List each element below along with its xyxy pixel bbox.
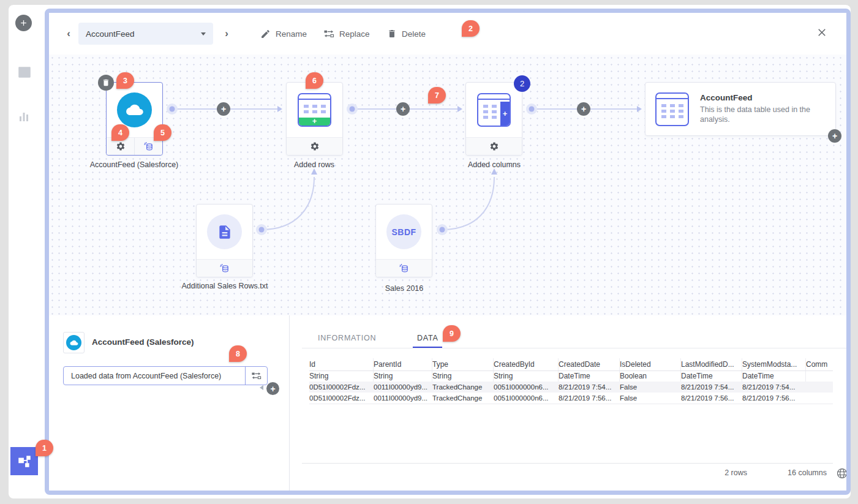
plus-icon: +	[270, 385, 275, 393]
salesforce-cloud-icon	[117, 92, 152, 127]
node-label: AccountFeed (Salesforce)	[73, 160, 195, 169]
operation-label: Loaded data from AccountFeed (Salesforce…	[64, 367, 245, 385]
node-refresh-data-button[interactable]	[197, 260, 252, 277]
plus-icon: +	[832, 132, 837, 140]
chevron-down-icon	[201, 32, 206, 36]
tab-data[interactable]: DATA	[417, 334, 438, 342]
close-icon	[816, 27, 827, 38]
data-table-icon	[655, 92, 689, 126]
source-icon-tile	[63, 332, 85, 353]
plus-icon: +	[401, 105, 405, 113]
node-additional-sales-rows[interactable]	[196, 204, 253, 277]
table-row: 0D51I00002Fdz... 0011I00000yd9... Tracke…	[309, 382, 833, 393]
insert-transformation-button[interactable]: +	[396, 102, 410, 116]
final-node-title: AccountFeed	[700, 93, 832, 102]
annotation-badge-5: 5	[154, 124, 171, 141]
final-node-description: This is the data table used in the analy…	[700, 105, 832, 124]
operation-replace-button[interactable]	[245, 367, 267, 385]
row-count: 2 rows	[686, 468, 747, 477]
close-button[interactable]	[813, 24, 830, 41]
annotation-badge-4: 4	[111, 124, 129, 141]
annotation-badge-9: 9	[443, 325, 461, 342]
sbdf-file-icon: SBDF	[386, 214, 421, 249]
data-canvas-window: ‹ AccountFeed › Rename Replace Delete	[45, 9, 851, 495]
globe-icon	[836, 467, 848, 480]
annotation-badge-1: 1	[36, 440, 53, 456]
plus-icon: +	[221, 105, 226, 113]
node-added-columns[interactable]: +	[465, 82, 522, 156]
node-added-rows[interactable]: +	[286, 82, 343, 156]
table-selector-dropdown[interactable]: AccountFeed	[78, 23, 213, 45]
node-accountfeed-salesforce[interactable]	[106, 82, 163, 156]
column-type-row: String String String String DateTime Boo…	[309, 371, 833, 382]
data-canvas[interactable]: + + +	[49, 55, 846, 315]
add-transformation-button[interactable]: +	[828, 129, 841, 143]
table-row: 0D51I00002Fdz... 0011I00000yd9... Tracke…	[309, 393, 833, 404]
text-file-icon	[207, 214, 242, 249]
replace-icon	[251, 370, 262, 381]
visualizations-button[interactable]	[17, 109, 31, 124]
refresh-data-icon	[219, 263, 230, 274]
delete-label: Delete	[402, 29, 426, 39]
table-selector-value: AccountFeed	[86, 29, 201, 39]
salesforce-cloud-icon	[66, 335, 81, 350]
tab-divider	[302, 348, 846, 348]
replace-label: Replace	[339, 29, 370, 39]
plus-icon	[19, 18, 28, 28]
node-label: Added columns	[433, 160, 555, 169]
insert-transformation-button[interactable]: +	[217, 102, 230, 116]
app-window: 1 ‹ AccountFeed › Rename Replace	[9, 5, 851, 498]
replace-button[interactable]: Replace	[323, 25, 370, 42]
footer-divider	[302, 463, 833, 464]
column-header-row: Id ParentId Type CreatedById CreatedDate…	[309, 358, 833, 371]
previous-table-button[interactable]: ‹	[62, 28, 75, 40]
tab-information[interactable]: INFORMATION	[318, 334, 376, 342]
plus-icon: +	[581, 105, 586, 113]
added-columns-icon: +	[477, 93, 511, 127]
column-count: 16 columns	[759, 468, 827, 477]
node-settings-button[interactable]	[287, 138, 342, 155]
trash-icon	[102, 78, 110, 87]
details-section: AccountFeed (Salesforce) Loaded data fro…	[49, 315, 846, 491]
annotation-badge-6: 6	[306, 72, 323, 89]
source-details-panel: AccountFeed (Salesforce) Loaded data fro…	[49, 315, 290, 491]
node-sales-2016[interactable]: SBDF	[375, 204, 432, 277]
node-label: Sales 2016	[343, 284, 465, 293]
added-rows-icon: +	[298, 93, 331, 127]
rename-label: Rename	[276, 29, 307, 39]
add-operation-button[interactable]: +	[266, 382, 279, 395]
replace-icon	[323, 28, 334, 39]
delete-button[interactable]: Delete	[387, 25, 426, 42]
annotation-badge-3: 3	[116, 72, 134, 89]
refresh-data-icon	[399, 263, 409, 274]
node-accountfeed-table[interactable]: AccountFeed This is the data table used …	[645, 82, 836, 136]
source-title: AccountFeed (Salesforce)	[92, 337, 194, 347]
node-label: Added rows	[253, 160, 375, 169]
annotation-badge-8: 8	[229, 345, 247, 362]
node-settings-button[interactable]	[466, 138, 522, 155]
connector-arrow-icon	[260, 385, 263, 390]
operation-row[interactable]: Loaded data from AccountFeed (Salesforce…	[63, 366, 268, 385]
locale-button[interactable]	[834, 465, 850, 481]
node-delete-button[interactable]	[98, 75, 114, 91]
data-in-analysis-button[interactable]	[17, 64, 32, 80]
data-preview-table: Id ParentId Type CreatedById CreatedDate…	[309, 358, 833, 404]
bar-chart-icon	[17, 109, 31, 124]
transformation-count-badge[interactable]: 2	[514, 75, 530, 92]
data-canvas-button[interactable]	[10, 447, 38, 475]
canvas-toolbar: ‹ AccountFeed › Rename Replace Delete	[49, 13, 846, 55]
data-list-icon	[17, 64, 32, 80]
add-visualization-button[interactable]	[15, 15, 32, 31]
pencil-icon	[260, 29, 271, 39]
left-rail: 1	[9, 5, 45, 498]
node-refresh-data-button[interactable]	[376, 260, 432, 277]
insert-transformation-button[interactable]: +	[577, 102, 590, 116]
annotation-badge-2: 2	[462, 20, 480, 37]
gear-icon	[310, 141, 320, 151]
next-table-button[interactable]: ›	[220, 28, 233, 40]
annotation-badge-7: 7	[428, 87, 446, 103]
gear-icon	[116, 141, 126, 151]
refresh-data-icon	[143, 141, 154, 152]
node-label: Additional Sales Rows.txt	[164, 282, 286, 290]
rename-button[interactable]: Rename	[260, 25, 307, 42]
